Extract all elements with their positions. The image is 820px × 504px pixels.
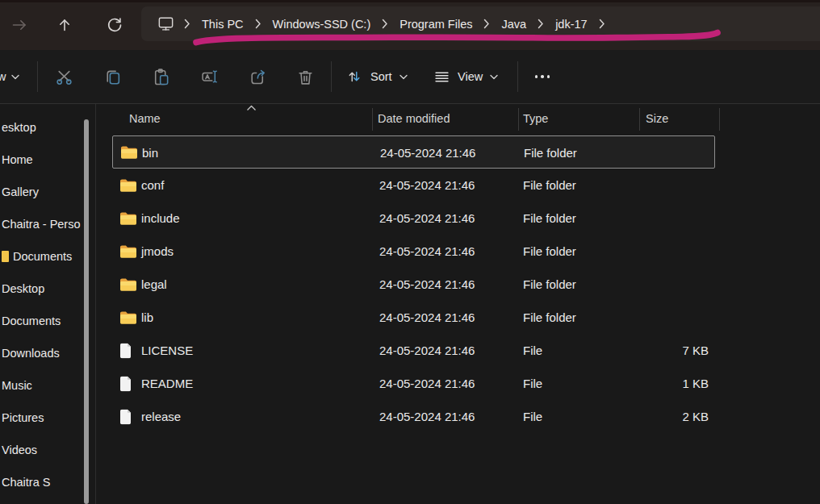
file-name: jmods (141, 235, 174, 268)
sidebar-item-label: Downloads (2, 347, 60, 360)
view-label: View (458, 70, 483, 83)
ellipsis-icon (535, 75, 538, 78)
file-name: conf (141, 169, 164, 202)
sidebar-item-gallery[interactable]: Gallery (0, 176, 95, 208)
paste-icon (152, 68, 170, 86)
file-icon (119, 376, 132, 391)
file-name: lib (141, 301, 153, 334)
file-date-modified: 24-05-2024 21:46 (379, 301, 475, 334)
file-date-modified: 24-05-2024 21:46 (379, 367, 475, 400)
column-divider[interactable] (518, 108, 519, 131)
file-type: File (523, 367, 542, 400)
toolbar-separator (331, 61, 332, 92)
sidebar-item-label: Gallery (2, 185, 39, 198)
share-button[interactable] (241, 60, 274, 93)
column-divider[interactable] (372, 108, 373, 131)
sidebar-item-label: esktop (2, 121, 36, 134)
breadcrumb-item-jdk-17[interactable]: jdk-17 (545, 18, 598, 31)
table-row[interactable]: jmods24-05-2024 21:46File folder (112, 235, 715, 268)
folder-icon (119, 211, 136, 225)
sidebar-item-label: Chaitra S (2, 476, 50, 489)
breadcrumb-item-program-files[interactable]: Program Files (389, 18, 483, 31)
sidebar-item-label: Documents (2, 314, 61, 327)
sidebar-item-pictures[interactable]: Pictures (0, 402, 95, 434)
file-type: File (523, 334, 542, 367)
breadcrumb: This PCWindows-SSD (C:)Program FilesJava… (183, 18, 606, 31)
rename-icon (200, 67, 220, 86)
sidebar-item-documents[interactable]: Documents (0, 305, 95, 337)
column-divider[interactable] (719, 108, 720, 131)
rename-button[interactable] (194, 60, 226, 93)
view-button[interactable]: View (433, 60, 498, 93)
file-size: 2 KB (588, 400, 709, 433)
table-row[interactable]: README24-05-2024 21:46File1 KB (112, 367, 715, 400)
share-icon (249, 68, 267, 86)
file-type: File folder (524, 136, 577, 169)
title-bar: This PCWindows-SSD (C:)Program FilesJava… (0, 0, 820, 50)
sidebar-item-chaitra-perso[interactable]: Chaitra - Perso (0, 208, 95, 240)
sidebar-item-downloads[interactable]: Downloads (0, 337, 95, 369)
file-date-modified: 24-05-2024 21:46 (379, 268, 475, 301)
content-area: esktopHomeGalleryChaitra - PersoDocument… (0, 103, 820, 504)
sidebar-item-esktop[interactable]: esktop (0, 111, 95, 144)
table-row[interactable]: legal24-05-2024 21:46File folder (112, 268, 715, 301)
sidebar-item-documents[interactable]: Documents (0, 240, 95, 273)
sidebar-item-desktop[interactable]: Desktop (0, 273, 95, 305)
file-date-modified: 24-05-2024 21:46 (380, 136, 475, 169)
file-name: legal (141, 268, 167, 301)
column-divider[interactable] (639, 108, 640, 131)
file-type: File folder (523, 202, 576, 235)
column-header-size[interactable]: Size (646, 104, 668, 134)
column-header-date-modified[interactable]: Date modified (378, 104, 450, 134)
sidebar-item-chaitra-s[interactable]: Chaitra S (0, 466, 95, 498)
more-options-button[interactable] (525, 60, 560, 93)
sidebar-item-label: Chaitra - Perso (2, 218, 81, 231)
cut-button[interactable] (48, 60, 80, 93)
sort-label: Sort (370, 70, 392, 83)
delete-button[interactable] (289, 60, 321, 93)
file-list-pane: Name Date modified Type Size bin24-05-20… (96, 104, 820, 504)
copy-icon (103, 68, 122, 86)
sidebar-scrollbar[interactable] (84, 119, 89, 504)
refresh-button[interactable] (98, 9, 131, 41)
file-date-modified: 24-05-2024 21:46 (379, 235, 475, 268)
view-icon (433, 69, 450, 85)
table-row[interactable]: release24-05-2024 21:46File2 KB (112, 400, 715, 433)
sidebar-item-label: Videos (2, 444, 37, 456)
command-toolbar: w (0, 50, 820, 103)
sidebar-item-music[interactable]: Music (0, 369, 95, 402)
file-size: 7 KB (588, 334, 709, 367)
breadcrumb-item-java[interactable]: Java (491, 18, 537, 31)
sidebar-item-videos[interactable]: Videos (0, 434, 95, 466)
sort-button[interactable]: Sort (345, 60, 408, 93)
file-date-modified: 24-05-2024 21:46 (379, 400, 475, 433)
breadcrumb-chevron-icon[interactable] (599, 19, 605, 29)
new-button-label: w (0, 70, 6, 83)
sidebar-item-label: Home (2, 153, 33, 166)
table-row[interactable]: LICENSE24-05-2024 21:46File7 KB (112, 334, 715, 367)
breadcrumb-item-windows-ssd-c[interactable]: Windows-SSD (C:) (262, 18, 382, 31)
sidebar-item-home[interactable]: Home (0, 144, 95, 176)
chevron-down-icon (490, 74, 498, 80)
table-row[interactable]: include24-05-2024 21:46File folder (112, 202, 715, 235)
table-row[interactable]: bin24-05-2024 21:46File folder (112, 135, 715, 169)
table-row[interactable]: conf24-05-2024 21:46File folder (112, 169, 715, 202)
breadcrumb-chevron-icon (538, 19, 544, 29)
refresh-icon (105, 15, 124, 35)
forward-button[interactable] (3, 9, 36, 41)
sidebar-item-label: Pictures (2, 411, 44, 424)
sidebar-item-label: Music (2, 379, 32, 392)
up-button[interactable] (48, 9, 81, 41)
cut-icon (55, 68, 73, 86)
file-type: File folder (523, 301, 576, 334)
copy-button[interactable] (96, 60, 128, 93)
address-bar[interactable]: This PCWindows-SSD (C:)Program FilesJava… (141, 6, 820, 41)
paste-button[interactable] (144, 60, 177, 93)
column-header-type[interactable]: Type (523, 104, 548, 134)
breadcrumb-item-this-pc[interactable]: This PC (191, 18, 254, 31)
column-header-name[interactable]: Name (129, 104, 161, 134)
table-row[interactable]: lib24-05-2024 21:46File folder (112, 301, 715, 334)
toolbar-separator (517, 61, 518, 92)
new-button[interactable]: w (0, 60, 19, 93)
file-name: release (141, 400, 181, 433)
